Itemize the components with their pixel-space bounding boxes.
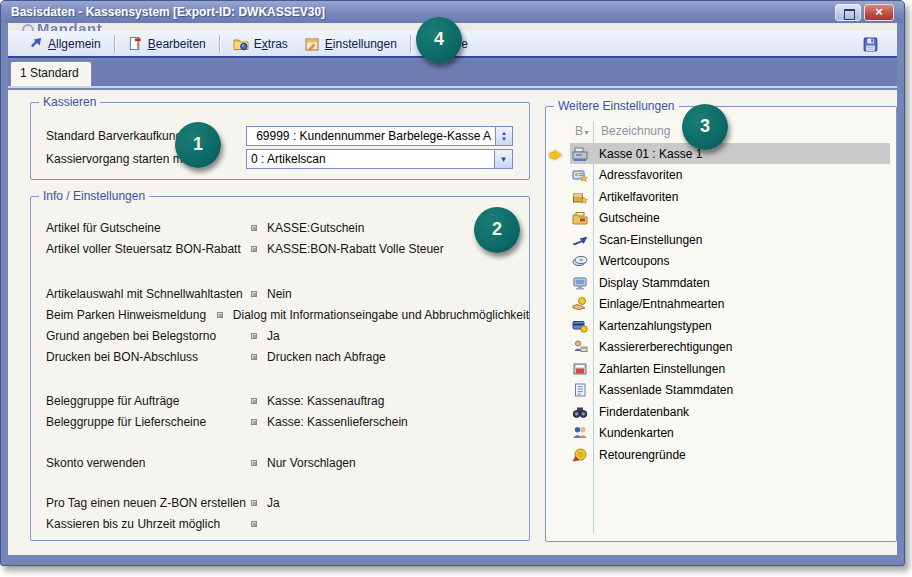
bullet-icon [217,312,223,318]
background-window-title: Mandant [22,23,102,31]
bullet-icon [251,419,257,425]
info-row: Beleggruppe für AufträgeKasse: Kassenauf… [31,390,529,411]
list-item-gutscheine[interactable]: Gutscheine [546,208,890,230]
column-header-bitmap[interactable]: B▼ [575,124,590,138]
toolbar-separator [114,35,115,53]
list-item-artikelfavoriten[interactable]: Artikelfavoriten [546,186,890,208]
menu-label: Allgemein [48,37,101,51]
menu-label: Bearbeiten [148,37,206,51]
close-button[interactable]: × [864,4,894,21]
cashier-permissions-icon [570,339,590,355]
info-row: Artikel für GutscheineKASSE:Gutschein [31,217,529,238]
payment-settings-icon [570,361,590,377]
group-weitere-einstellungen: Weitere Einstellungen B▼ Bezeichnung Kas… [545,106,897,542]
arrow-up-right-icon [28,36,43,51]
bullet-icon [251,521,257,527]
list-item-wertcoupons[interactable]: Wertcoupons [546,251,890,273]
deposit-withdrawal-icon [570,296,590,312]
kassiervorgang-dropdown[interactable]: 0 : Artikelscan ▼ [246,149,513,169]
menu-allgemein[interactable]: Allgemein [20,33,109,54]
list-header: B▼ Bezeichnung [546,121,890,141]
tab-standard[interactable]: 1 Standard [10,61,92,86]
bullet-icon [251,291,257,297]
folder-extras-icon [233,36,249,52]
menu-einstellungen[interactable]: Einstellungen [296,33,405,55]
close-icon: × [875,4,883,19]
list-item-finderdatenbank[interactable]: Finderdatenbank [546,401,890,423]
info-row: Kassieren bis zu Uhrzeit möglich [31,513,529,534]
list-item-kasse[interactable]: Kasse 01 : Kasse 1 [546,143,890,165]
menu-label: Einstellungen [325,37,397,51]
list-item-kassiererberechtigungen[interactable]: Kassiererberechtigungen [546,337,890,359]
field-value: 69999 : Kundennummer Barbelege-Kasse A [247,127,495,145]
tab-strip: 1 Standard [8,60,897,88]
bullet-icon [251,460,257,466]
cash-register-icon [570,146,590,162]
list-item-zahlarten-einstellungen[interactable]: Zahlarten Einstellungen [546,358,890,380]
column-header-bezeichnung[interactable]: Bezeichnung [601,124,670,138]
list-item-retourengruende[interactable]: Retourengründe [546,444,890,466]
article-favorites-icon [570,189,590,205]
group-info-einstellungen: Info / Einstellungen Artikel für Gutsche… [30,196,530,541]
group-title: Weitere Einstellungen [554,99,679,113]
bullet-icon [251,333,257,339]
save-icon [862,36,879,53]
coupons-icon [570,253,590,269]
info-row: Skonto verwendenNur Vorschlagen [31,452,529,473]
bullet-icon [251,225,257,231]
restore-button[interactable] [835,4,861,21]
list-item-einlage-entnahmearten[interactable]: Einlage/Entnahmearten [546,294,890,316]
list-item-kassenlade-stammdaten[interactable]: Kassenlade Stammdaten [546,380,890,402]
list-item-scan-einstellungen[interactable]: Scan-Einstellungen [546,229,890,251]
menu-hilfe[interactable]: ? Hilfe [416,33,476,54]
bullet-icon [251,398,257,404]
settings-note-icon [304,36,320,52]
spinner-down-icon[interactable]: ▼ [501,136,507,142]
info-row: Beim Parken HinweismeldungDialog mit Inf… [31,304,529,325]
info-row: Beleggruppe für LieferscheineKasse: Kass… [31,411,529,432]
spinner-buttons[interactable]: ▲ ▼ [495,127,512,145]
scan-arrow-icon [570,232,590,248]
title-bar[interactable]: Basisdaten - Kassensystem [Export-ID: DW… [1,1,904,23]
list-item-kundenkarten[interactable]: Kundenkarten [546,423,890,445]
binoculars-icon [570,404,590,420]
field-label: Standard Barverkaufkunde [46,129,246,143]
list-item-adressfavoriten[interactable]: Adressfavoriten [546,165,890,187]
info-row: Grund angeben bei BelegstornoJa [31,325,529,346]
edit-tool-icon [128,36,143,51]
menu-label: Extras [254,37,288,51]
menu-toolbar: Allgemein Bearbeiten Extras Einstellunge… [8,31,897,58]
info-row: Artikelauswahl mit SchnellwahltastenNein [31,283,529,304]
return-reasons-icon [570,447,590,463]
field-label: Kassiervorgang starten mit [46,152,246,166]
dropdown-button[interactable]: ▼ [494,150,512,168]
field-value: 0 : Artikelscan [247,150,494,168]
save-button[interactable] [859,34,881,55]
list-item-kartenzahlungstypen[interactable]: Kartenzahlungstypen [546,315,890,337]
info-row: Drucken bei BON-AbschlussDrucken nach Ab… [31,346,529,367]
bullet-icon [251,354,257,360]
customer-cards-icon [570,425,590,441]
list-item-display-stammdaten[interactable]: Display Stammdaten [546,272,890,294]
info-row: Artikel voller Steuersatz BON-RabattKASS… [31,238,529,259]
standard-barverkaufkunde-field[interactable]: 69999 : Kundennummer Barbelege-Kasse A ▲… [246,126,513,146]
display-icon [570,275,590,291]
background-window-icon [22,24,34,31]
sort-arrow-icon: ▼ [583,129,590,136]
window-title: Basisdaten - Kassensystem [Export-ID: DW… [1,5,325,19]
row-cursor-arrow-icon [554,150,562,160]
bullet-icon [251,246,257,252]
dialog-content: Kassieren Standard Barverkaufkunde 69999… [8,90,897,555]
chevron-down-icon: ▼ [500,155,508,164]
group-kassieren: Kassieren Standard Barverkaufkunde 69999… [30,102,530,180]
info-row: Pro Tag einen neuen Z-BON erstellenJa [31,492,529,513]
help-icon: ? [424,36,439,51]
toolbar-separator [410,35,411,53]
dialog-window: Basisdaten - Kassensystem [Export-ID: DW… [0,0,905,566]
tab-label: 1 Standard [20,66,79,80]
bullet-icon [251,500,257,506]
menu-bearbeiten[interactable]: Bearbeiten [120,33,214,54]
cash-drawer-document-icon [570,382,590,398]
menu-extras[interactable]: Extras [225,33,296,55]
group-title: Kassieren [39,95,100,109]
